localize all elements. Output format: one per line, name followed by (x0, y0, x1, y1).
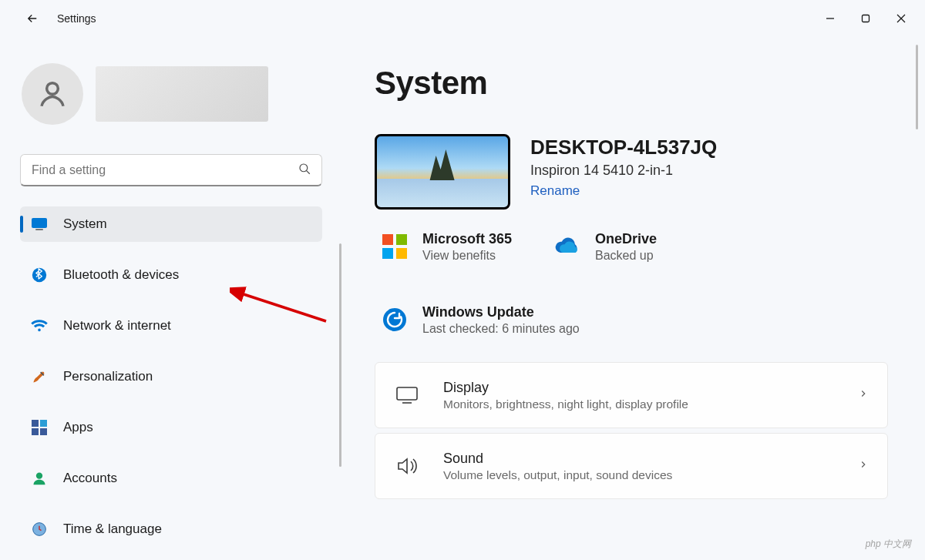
watermark: php 中文网 (866, 538, 911, 551)
device-summary: DESKTOP-4L537JQ Inspiron 14 5410 2-in-1 … (375, 134, 888, 210)
status-title: Microsoft 365 (422, 231, 512, 247)
card-display[interactable]: Display Monitors, brightness, night ligh… (375, 362, 888, 428)
svg-point-14 (36, 473, 42, 479)
svg-rect-11 (40, 420, 47, 427)
sidebar-item-apps[interactable]: Apps (20, 410, 322, 445)
chevron-right-icon (858, 459, 869, 473)
sidebar-item-label: Apps (63, 420, 93, 435)
accounts-icon (31, 470, 48, 487)
page-title: System (375, 65, 888, 102)
settings-cards: Display Monitors, brightness, night ligh… (375, 362, 888, 499)
status-microsoft365[interactable]: Microsoft 365 View benefits (381, 231, 512, 263)
svg-rect-17 (382, 234, 393, 245)
status-windows-update[interactable]: Windows Update Last checked: 6 minutes a… (381, 304, 888, 336)
rename-link[interactable]: Rename (530, 183, 717, 199)
sound-icon (394, 457, 420, 475)
bluetooth-icon (31, 267, 48, 283)
svg-rect-12 (32, 428, 39, 435)
card-sound[interactable]: Sound Volume levels, output, input, soun… (375, 433, 888, 499)
card-sub: Volume levels, output, input, sound devi… (443, 468, 858, 482)
svg-rect-20 (396, 248, 407, 259)
status-sub: View benefits (422, 249, 512, 263)
sidebar: System Bluetooth & devices Network & int… (0, 37, 339, 560)
svg-rect-13 (40, 428, 47, 435)
chevron-right-icon (858, 388, 869, 402)
minimize-button[interactable] (812, 3, 848, 34)
sidebar-item-network[interactable]: Network & internet (20, 308, 322, 344)
clock-icon (31, 521, 48, 538)
svg-point-21 (383, 308, 406, 331)
brush-icon (31, 368, 48, 385)
svg-rect-1 (863, 15, 870, 22)
svg-point-9 (32, 268, 46, 282)
sidebar-item-label: Bluetooth & devices (63, 267, 179, 283)
wifi-icon (31, 317, 48, 334)
sidebar-item-label: Time & language (63, 521, 162, 537)
sidebar-item-time[interactable]: Time & language (20, 511, 322, 547)
sidebar-item-label: System (63, 216, 107, 232)
device-name: DESKTOP-4L537JQ (530, 136, 717, 159)
system-icon (31, 216, 48, 233)
device-model: Inspiron 14 5410 2-in-1 (530, 163, 717, 179)
status-sub: Last checked: 6 minutes ago (422, 322, 580, 336)
status-title: OneDrive (595, 231, 657, 247)
main-panel: System DESKTOP-4L537JQ Inspiron 14 5410 … (339, 37, 925, 560)
window-controls (812, 3, 919, 34)
sidebar-item-system[interactable]: System (20, 206, 322, 242)
status-sub: Backed up (595, 249, 657, 263)
svg-rect-22 (397, 387, 417, 400)
sidebar-item-label: Personalization (63, 369, 153, 384)
svg-rect-10 (32, 420, 39, 427)
onedrive-icon (553, 233, 581, 260)
avatar (22, 63, 83, 125)
svg-rect-18 (396, 234, 407, 245)
status-onedrive[interactable]: OneDrive Backed up (553, 231, 657, 263)
page-scrollbar[interactable] (916, 45, 918, 129)
window-title: Settings (57, 12, 96, 25)
display-icon (394, 386, 420, 404)
card-title: Sound (443, 451, 858, 467)
wallpaper-thumbnail[interactable] (375, 134, 510, 210)
close-button[interactable] (883, 3, 919, 34)
update-icon (381, 306, 409, 334)
svg-rect-8 (35, 229, 43, 230)
sidebar-item-accounts[interactable]: Accounts (20, 461, 322, 496)
status-row: Microsoft 365 View benefits OneDrive Bac… (375, 231, 888, 336)
search-input[interactable] (20, 154, 322, 186)
card-title: Display (443, 380, 858, 396)
titlebar: Settings (0, 0, 925, 37)
maximize-button[interactable] (848, 3, 883, 34)
sidebar-item-personalization[interactable]: Personalization (20, 359, 322, 394)
svg-point-4 (47, 83, 59, 95)
user-name (96, 66, 268, 122)
apps-icon (31, 419, 48, 436)
profile-block[interactable] (20, 63, 322, 125)
sidebar-item-label: Network & internet (63, 318, 171, 334)
svg-rect-19 (382, 248, 393, 259)
nav-list: System Bluetooth & devices Network & int… (20, 206, 322, 547)
svg-rect-7 (32, 218, 47, 228)
microsoft-icon (381, 233, 409, 260)
sidebar-scrollbar[interactable] (339, 243, 341, 467)
status-title: Windows Update (422, 304, 580, 320)
sidebar-item-label: Accounts (63, 471, 117, 486)
search-wrap (20, 154, 322, 186)
back-button[interactable] (17, 3, 48, 34)
sidebar-item-bluetooth[interactable]: Bluetooth & devices (20, 257, 322, 293)
card-sub: Monitors, brightness, night light, displ… (443, 397, 858, 411)
